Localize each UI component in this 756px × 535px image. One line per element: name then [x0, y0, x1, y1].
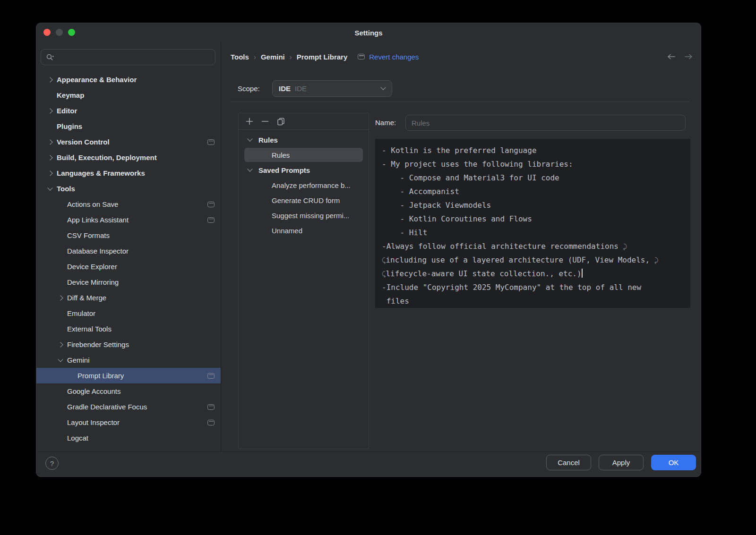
prompt-group-saved-prompts[interactable]: Saved Prompts	[239, 162, 369, 178]
editor-line: - Compose and Material3 for UI code	[382, 171, 690, 185]
chevron-down-icon[interactable]	[248, 139, 258, 141]
editor-line-text: files	[382, 297, 409, 306]
sidebar-item-google-accounts[interactable]: Google Accounts	[36, 383, 221, 399]
chevron-right-icon[interactable]	[48, 171, 57, 175]
prompt-tree-label: Saved Prompts	[258, 166, 310, 174]
settings-window: Settings Appearance & BehaviorKeymapEdit…	[36, 23, 701, 477]
copy-prompt-button[interactable]	[276, 117, 285, 126]
sidebar-item-device-mirroring[interactable]: Device Mirroring	[36, 274, 221, 290]
editor-line-text: -Always follow official architecture rec…	[382, 242, 623, 251]
sidebar-item-label: Plugins	[57, 122, 215, 130]
editor-line-text: including use of a layered architecture …	[386, 255, 654, 264]
scope-value-secondary: IDE	[295, 85, 307, 93]
editor-line-text: - Compose and Material3 for UI code	[382, 173, 559, 182]
sidebar-item-actions-on-save[interactable]: Actions on Save	[36, 196, 221, 212]
sidebar-item-label: Device Mirroring	[67, 278, 215, 286]
prompt-tree-label: Analyze performance b...	[272, 181, 351, 189]
back-arrow-icon[interactable]	[667, 53, 676, 60]
question-mark-icon: ?	[50, 459, 54, 467]
modified-settings-icon	[207, 217, 215, 223]
prompt-editor[interactable]: - Kotlin is the preferred language- My p…	[375, 139, 690, 308]
sidebar-item-plugins[interactable]: Plugins	[36, 119, 221, 134]
prompt-name-input[interactable]	[405, 115, 686, 131]
breadcrumb-separator: ›	[254, 53, 256, 61]
sidebar-item-label: Build, Execution, Deployment	[57, 153, 215, 161]
editor-line: -Always follow official architecture rec…	[382, 239, 690, 253]
copy-icon	[277, 118, 285, 126]
text-cursor	[582, 269, 583, 278]
chevron-right-icon[interactable]	[48, 156, 57, 160]
ok-button[interactable]: OK	[651, 455, 696, 470]
sidebar-item-gemini[interactable]: Gemini	[36, 352, 221, 368]
prompt-item-analyze-performance-b[interactable]: Analyze performance b...	[239, 178, 369, 193]
breadcrumb-prompt-library[interactable]: Prompt Library	[297, 53, 348, 61]
add-prompt-button[interactable]	[245, 117, 254, 126]
sidebar-item-emulator[interactable]: Emulator	[36, 306, 221, 321]
scope-dropdown[interactable]: IDE IDE	[272, 80, 392, 97]
editor-line: - Kotlin is the preferred language	[382, 144, 690, 157]
breadcrumb: Tools›Gemini›Prompt Library Revert chang…	[231, 51, 419, 63]
prompt-group-rules[interactable]: Rules	[239, 132, 369, 147]
apply-button[interactable]: Apply	[599, 455, 644, 470]
sidebar-item-label: CSV Formats	[67, 231, 215, 239]
remove-prompt-button[interactable]	[260, 117, 270, 126]
chevron-right-icon[interactable]	[48, 78, 57, 82]
sidebar-item-logcat[interactable]: Logcat	[36, 430, 221, 446]
chevron-right-icon[interactable]	[48, 140, 57, 144]
chevron-down-icon[interactable]	[248, 169, 258, 171]
sidebar-item-external-tools[interactable]: External Tools	[36, 321, 221, 337]
sidebar-item-label: Prompt Library	[77, 372, 207, 380]
revert-changes-link[interactable]: Revert changes	[369, 53, 419, 61]
settings-search-field[interactable]	[41, 49, 215, 65]
sidebar-item-label: External Tools	[67, 325, 215, 333]
help-button[interactable]: ?	[45, 457, 59, 470]
sidebar-item-layout-inspector[interactable]: Layout Inspector	[36, 415, 221, 430]
prompt-tree-label: Suggest missing permi...	[272, 212, 349, 220]
sidebar-item-label: Actions on Save	[67, 200, 207, 208]
breadcrumb-gemini[interactable]: Gemini	[261, 53, 285, 61]
sidebar-item-label: Firebender Settings	[67, 340, 215, 348]
sidebar-item-label: Version Control	[57, 138, 207, 146]
modified-settings-icon	[207, 404, 215, 410]
sidebar-item-editor[interactable]: Editor	[36, 103, 221, 119]
cancel-button[interactable]: Cancel	[546, 455, 591, 470]
sidebar-item-label: Database Inspector	[67, 247, 215, 255]
sidebar-item-languages-frameworks[interactable]: Languages & Frameworks	[36, 165, 221, 181]
sidebar-item-appearance-behavior[interactable]: Appearance & Behavior	[36, 72, 221, 87]
breadcrumb-tools[interactable]: Tools	[231, 53, 249, 61]
sidebar-item-database-inspector[interactable]: Database Inspector	[36, 243, 221, 259]
chevron-right-icon[interactable]	[48, 109, 57, 113]
chevron-down-icon[interactable]	[48, 188, 57, 190]
window-title: Settings	[36, 23, 701, 42]
chevron-right-icon[interactable]	[59, 343, 67, 347]
sidebar-item-version-control[interactable]: Version Control	[36, 134, 221, 150]
prompt-tree-label: Generate CRUD form	[272, 196, 340, 204]
prompt-item-unnamed[interactable]: Unnamed	[239, 223, 369, 238]
prompt-item-generate-crud-form[interactable]: Generate CRUD form	[239, 193, 369, 208]
prompt-item-suggest-missing-permi[interactable]: Suggest missing permi...	[239, 208, 369, 223]
sidebar-item-build-execution-deployment[interactable]: Build, Execution, Deployment	[36, 150, 221, 165]
sidebar-item-device-explorer[interactable]: Device Explorer	[36, 259, 221, 274]
search-input[interactable]	[57, 53, 210, 62]
titlebar[interactable]: Settings	[36, 23, 701, 42]
sidebar-item-label: Logcat	[67, 434, 215, 442]
sidebar-item-diff-merge[interactable]: Diff & Merge	[36, 290, 221, 306]
chevron-right-icon[interactable]	[59, 296, 67, 300]
forward-arrow-icon[interactable]	[684, 53, 693, 60]
sidebar-item-prompt-library[interactable]: Prompt Library	[36, 368, 221, 383]
scope-value: IDE	[279, 85, 291, 93]
sidebar-item-app-links-assistant[interactable]: App Links Assistant	[36, 212, 221, 228]
editor-line: - My project uses the following librarie…	[382, 157, 690, 171]
sidebar-item-csv-formats[interactable]: CSV Formats	[36, 228, 221, 243]
revert-changes[interactable]: Revert changes	[358, 53, 419, 61]
sidebar-item-firebender-settings[interactable]: Firebender Settings	[36, 337, 221, 352]
editor-line-text: - Accompanist	[382, 187, 459, 196]
chevron-down-icon[interactable]	[59, 359, 67, 361]
sidebar-item-label: Editor	[57, 107, 215, 115]
modified-settings-icon	[207, 373, 215, 379]
prompt-toolbar	[239, 113, 369, 130]
prompt-item-rules[interactable]: Rules	[244, 148, 363, 162]
sidebar-item-gradle-declarative-focus[interactable]: Gradle Declarative Focus	[36, 399, 221, 415]
sidebar-item-tools[interactable]: Tools	[36, 181, 221, 196]
sidebar-item-keymap[interactable]: Keymap	[36, 87, 221, 103]
